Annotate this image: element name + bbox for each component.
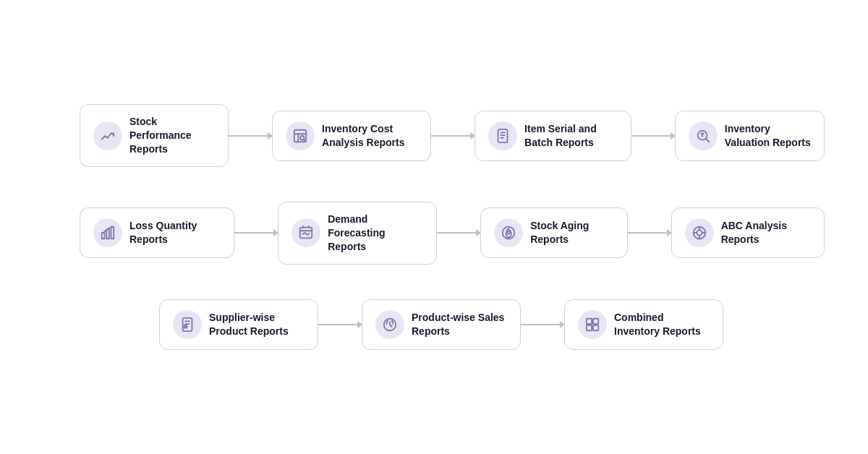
product-wise-icon (375, 310, 404, 339)
stock-aging-icon (494, 218, 523, 247)
item-serial-icon (488, 121, 517, 150)
node-supplier-wise[interactable]: Supplier-wise Product Reports (159, 299, 318, 350)
svg-rect-13 (102, 233, 105, 239)
loss-quantity-icon (93, 218, 122, 247)
connector-1-1 (229, 135, 272, 137)
svg-line-4 (304, 139, 306, 141)
node-product-wise[interactable]: Product-wise Sales Reports (362, 299, 521, 350)
combined-inventory-label: Combined Inventory Reports (614, 311, 710, 338)
combined-inventory-icon (578, 310, 607, 339)
demand-forecasting-icon (292, 218, 320, 247)
connector-2-2 (437, 232, 480, 234)
abc-analysis-label: ABC Analysis Reports (721, 219, 811, 247)
svg-rect-36 (587, 325, 592, 330)
node-inventory-valuation[interactable]: Inventory Valuation Reports (675, 111, 825, 161)
node-combined-inventory[interactable]: Combined Inventory Reports (564, 299, 723, 350)
stock-performance-label: Stock Performance Reports (129, 115, 215, 156)
connector-3-2 (521, 324, 564, 325)
inventory-valuation-label: Inventory Valuation Reports (725, 122, 811, 150)
svg-rect-35 (593, 318, 598, 323)
product-wise-label: Product-wise Sales Reports (412, 311, 507, 338)
connector-1-3 (631, 135, 675, 137)
svg-rect-34 (587, 318, 592, 323)
inventory-cost-icon (286, 121, 315, 150)
stock-performance-icon (93, 121, 122, 150)
svg-rect-14 (106, 230, 109, 239)
row-2: Loss Quantity Reports Demand Forecasting… (43, 202, 825, 265)
abc-analysis-icon (685, 218, 714, 247)
svg-point-21 (507, 231, 510, 234)
inventory-valuation-icon (689, 121, 718, 150)
svg-rect-37 (593, 325, 598, 330)
supplier-wise-label: Supplier-wise Product Reports (209, 311, 305, 338)
node-item-serial[interactable]: Item Serial and Batch Reports (475, 111, 631, 161)
row-1: Stock Performance Reports Inventory Cost… (43, 104, 825, 167)
supplier-wise-icon (173, 310, 202, 339)
svg-line-10 (706, 139, 709, 142)
node-abc-analysis[interactable]: ABC Analysis Reports (671, 207, 825, 258)
inventory-cost-label: Inventory Cost Analysis Reports (322, 122, 417, 150)
connector-3-1 (318, 324, 362, 325)
svg-point-23 (697, 231, 702, 236)
node-stock-performance[interactable]: Stock Performance Reports (80, 104, 229, 167)
connector-2-3 (628, 232, 671, 234)
svg-rect-16 (300, 228, 312, 239)
row-3: Supplier-wise Product Reports Product-wi… (43, 299, 825, 350)
node-loss-quantity[interactable]: Loss Quantity Reports (80, 207, 234, 258)
connector-2-1 (234, 232, 278, 234)
item-serial-label: Item Serial and Batch Reports (524, 122, 618, 150)
svg-rect-15 (111, 227, 114, 239)
loss-quantity-label: Loss Quantity Reports (129, 219, 221, 247)
connector-1-2 (431, 135, 475, 137)
diagram-container: Stock Performance Reports Inventory Cost… (22, 90, 846, 364)
stock-aging-label: Stock Aging Reports (530, 219, 613, 247)
node-stock-aging[interactable]: Stock Aging Reports (480, 207, 627, 258)
demand-forecasting-label: Demand Forecasting Reports (328, 213, 423, 254)
node-demand-forecasting[interactable]: Demand Forecasting Reports (278, 202, 437, 265)
node-inventory-cost[interactable]: Inventory Cost Analysis Reports (272, 111, 431, 161)
